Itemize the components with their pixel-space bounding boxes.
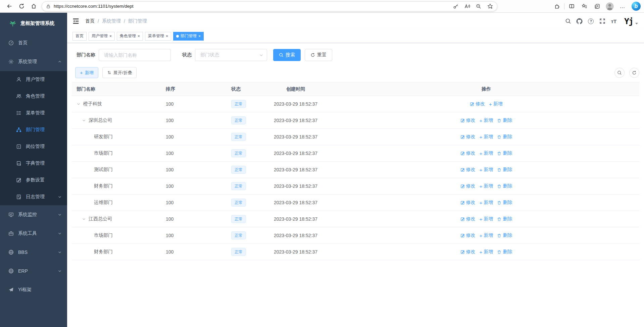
sidebar: 意框架管理系统 首页 系统管理 用户管理 角色管理 菜单管理 bbox=[0, 13, 67, 327]
search-button[interactable]: 搜索 bbox=[273, 49, 301, 61]
add-link[interactable]: +新增 bbox=[480, 167, 493, 173]
user-avatar[interactable]: Yj bbox=[624, 17, 638, 25]
delete-link[interactable]: 删除 bbox=[497, 117, 512, 123]
split-screen-icon[interactable] bbox=[565, 1, 578, 11]
dept-sort: 100 bbox=[162, 118, 228, 123]
edit-link[interactable]: 修改 bbox=[460, 249, 476, 255]
add-link[interactable]: +新增 bbox=[480, 134, 493, 140]
sidebar-item-monitor[interactable]: 系统监控 bbox=[0, 205, 67, 224]
extensions-icon[interactable] bbox=[551, 1, 563, 11]
sidebar-item-home[interactable]: 首页 bbox=[0, 34, 67, 52]
back-icon[interactable] bbox=[3, 1, 15, 11]
edit-link[interactable]: 修改 bbox=[460, 200, 476, 206]
refresh-table-button[interactable] bbox=[629, 68, 639, 78]
add-link[interactable]: +新增 bbox=[480, 150, 493, 156]
zoom-out-icon[interactable] bbox=[473, 2, 484, 11]
tree-collapse-icon[interactable] bbox=[77, 102, 83, 106]
sidebar-item-system[interactable]: 系统管理 bbox=[0, 52, 67, 71]
trash-icon bbox=[497, 168, 501, 172]
tab-home[interactable]: 首页 bbox=[72, 32, 87, 41]
refresh-icon[interactable] bbox=[15, 1, 28, 11]
dept-sort: 100 bbox=[162, 249, 228, 255]
tree-collapse-icon[interactable] bbox=[82, 217, 89, 221]
tab-user-mgmt[interactable]: 用户管理 × bbox=[89, 32, 115, 41]
delete-link[interactable]: 删除 bbox=[497, 134, 512, 140]
close-icon[interactable]: × bbox=[198, 34, 201, 38]
sidebar-item-bbs[interactable]: BBS bbox=[0, 243, 67, 262]
profile-avatar-icon[interactable] bbox=[603, 1, 616, 11]
add-link[interactable]: +新增 bbox=[480, 200, 493, 206]
sidebar-item-erp[interactable]: ERP bbox=[0, 262, 67, 280]
sidebar-collapse-icon[interactable] bbox=[72, 17, 80, 25]
edit-link[interactable]: 修改 bbox=[460, 150, 476, 156]
sidebar-item-tools[interactable]: 系统工具 bbox=[0, 224, 67, 243]
address-bar[interactable]: https://ccnetcore.com:1101/system/dept bbox=[42, 1, 497, 11]
expand-collapse-button[interactable]: 展开/折叠 bbox=[102, 67, 137, 78]
header-search-icon[interactable] bbox=[562, 15, 574, 27]
home-icon[interactable] bbox=[28, 1, 40, 11]
url-text[interactable]: https://ccnetcore.com:1101/system/dept bbox=[54, 4, 450, 9]
sidebar-item-post-mgmt[interactable]: 岗位管理 bbox=[0, 138, 67, 155]
plus-icon: + bbox=[480, 200, 483, 205]
dept-created: 2023-03-29 18:52:37 bbox=[258, 216, 333, 222]
add-link[interactable]: +新增 bbox=[480, 183, 493, 189]
favorites-hub-icon[interactable] bbox=[578, 1, 591, 11]
password-key-icon[interactable] bbox=[450, 2, 461, 11]
edit-link[interactable]: 修改 bbox=[460, 117, 476, 123]
tab-role-mgmt[interactable]: 角色管理 × bbox=[117, 32, 143, 41]
delete-link[interactable]: 删除 bbox=[497, 183, 512, 189]
reset-button[interactable]: 重置 bbox=[305, 49, 332, 61]
fullscreen-icon[interactable] bbox=[597, 15, 608, 27]
edit-link[interactable]: 修改 bbox=[460, 216, 476, 222]
edit-icon bbox=[470, 102, 474, 106]
edit-link[interactable]: 修改 bbox=[460, 167, 476, 173]
edit-link[interactable]: 修改 bbox=[460, 232, 476, 238]
edit-link[interactable]: 修改 bbox=[460, 134, 476, 140]
delete-link[interactable]: 删除 bbox=[497, 150, 512, 156]
edit-link[interactable]: 修改 bbox=[470, 101, 485, 107]
status-select[interactable]: 部门状态 bbox=[195, 49, 267, 61]
dept-name-input[interactable] bbox=[99, 49, 171, 61]
add-link[interactable]: +新增 bbox=[480, 216, 493, 222]
favorite-star-add-icon[interactable] bbox=[484, 2, 496, 11]
collections-icon[interactable] bbox=[591, 1, 603, 11]
sidebar-item-dict-mgmt[interactable]: 字典管理 bbox=[0, 155, 67, 172]
sidebar-item-menu-mgmt[interactable]: 菜单管理 bbox=[0, 105, 67, 121]
add-link[interactable]: +新增 bbox=[480, 117, 493, 123]
github-icon[interactable] bbox=[574, 15, 585, 27]
close-icon[interactable]: × bbox=[109, 34, 112, 38]
tree-collapse-icon[interactable] bbox=[82, 118, 89, 122]
sidebar-item-dept-mgmt[interactable]: 部门管理 bbox=[0, 121, 67, 138]
delete-link[interactable]: 删除 bbox=[497, 200, 512, 206]
tab-menu-mgmt[interactable]: 菜单管理 × bbox=[145, 32, 171, 41]
edit-icon bbox=[460, 250, 465, 254]
delete-link[interactable]: 删除 bbox=[497, 216, 512, 222]
add-link[interactable]: +新增 bbox=[480, 249, 493, 255]
delete-link[interactable]: 删除 bbox=[497, 167, 512, 173]
add-link[interactable]: +新增 bbox=[480, 232, 493, 238]
sidebar-item-user-mgmt[interactable]: 用户管理 bbox=[0, 71, 67, 88]
sidebar-item-log-mgmt[interactable]: 日志管理 bbox=[0, 188, 67, 205]
tab-dept-mgmt[interactable]: 部门管理 × bbox=[173, 32, 204, 41]
sidebar-item-param-settings[interactable]: 参数设置 bbox=[0, 172, 67, 188]
toggle-search-button[interactable] bbox=[614, 68, 625, 78]
read-aloud-icon[interactable] bbox=[461, 2, 473, 11]
edit-link[interactable]: 修改 bbox=[460, 183, 476, 189]
sidebar-item-yi-framework[interactable]: Yi框架 bbox=[0, 280, 67, 299]
help-icon[interactable]: ? bbox=[585, 15, 597, 27]
edit-icon bbox=[460, 118, 465, 123]
sidebar-item-role-mgmt[interactable]: 角色管理 bbox=[0, 88, 67, 105]
add-dept-button[interactable]: + 新增 bbox=[75, 67, 98, 78]
breadcrumb-home[interactable]: 首页 bbox=[85, 18, 95, 24]
bing-copilot-icon[interactable]: b bbox=[632, 2, 641, 11]
app-logo[interactable]: 意框架管理系统 bbox=[0, 13, 67, 34]
delete-link[interactable]: 删除 bbox=[497, 249, 512, 255]
delete-link[interactable]: 删除 bbox=[497, 232, 512, 238]
close-icon[interactable]: × bbox=[138, 34, 140, 38]
font-size-icon[interactable]: тT bbox=[608, 15, 620, 27]
browser-menu-icon[interactable]: … bbox=[616, 1, 629, 11]
close-icon[interactable]: × bbox=[166, 34, 168, 38]
add-link[interactable]: +新增 bbox=[489, 101, 503, 107]
search-icon bbox=[279, 53, 284, 57]
dept-name: 运维部门 bbox=[94, 200, 113, 206]
